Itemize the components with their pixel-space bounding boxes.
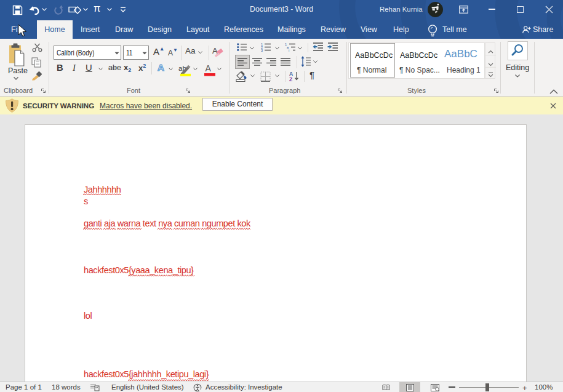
svg-text:A: A xyxy=(206,63,212,73)
svg-text:Z: Z xyxy=(289,76,292,82)
svg-text:i: i xyxy=(289,49,289,52)
svg-text:3: 3 xyxy=(261,49,263,52)
